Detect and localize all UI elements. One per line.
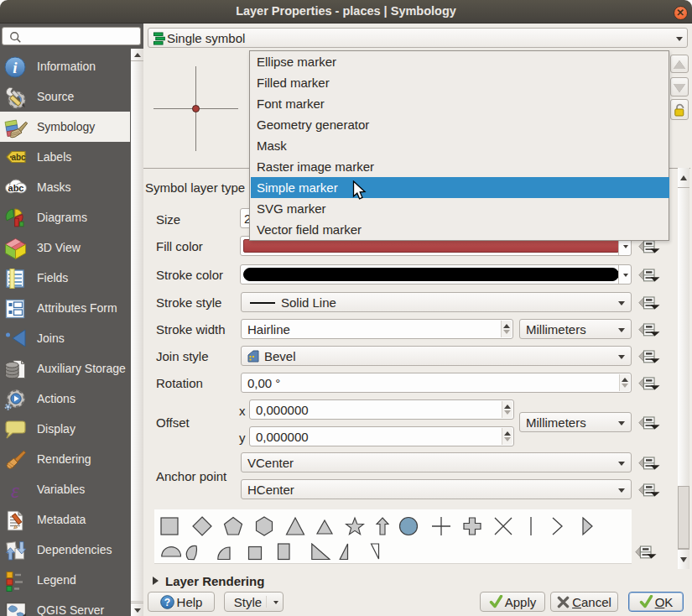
svg-text:i: i: [13, 59, 18, 76]
svg-text:ε: ε: [11, 479, 19, 501]
svg-text:abc: abc: [11, 153, 26, 162]
svg-text:?: ?: [164, 597, 169, 608]
svg-text:abc: abc: [8, 183, 24, 193]
